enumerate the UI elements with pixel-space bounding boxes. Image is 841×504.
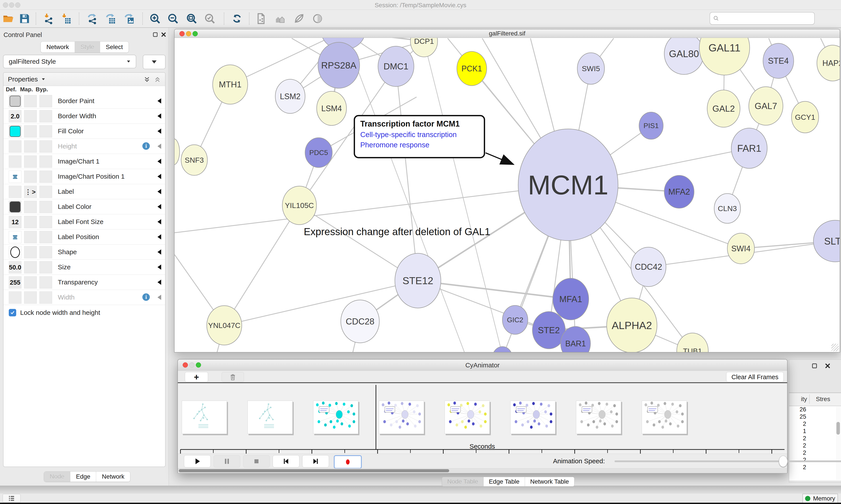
- expand-row-arrow[interactable]: [158, 280, 161, 285]
- expand-row-arrow[interactable]: [158, 128, 161, 134]
- bypass-cell[interactable]: [39, 170, 52, 183]
- property-row-image-chart-1[interactable]: Image/Chart 1: [3, 154, 165, 169]
- info-icon[interactable]: i: [142, 293, 150, 301]
- bypass-cell[interactable]: [39, 186, 52, 198]
- import-network-button[interactable]: [42, 12, 55, 25]
- network-node[interactable]: YNL047C: [207, 306, 242, 345]
- table-row[interactable]: 2: [789, 435, 841, 442]
- expand-row-arrow[interactable]: [158, 189, 161, 194]
- mapping-cell[interactable]: [24, 201, 37, 213]
- collapse-all-icon[interactable]: [154, 76, 161, 83]
- lock-size-checkbox[interactable]: [9, 309, 16, 317]
- cyanimator-titlebar[interactable]: CyAnimator: [178, 360, 787, 371]
- network-node[interactable]: SWI5: [577, 53, 605, 84]
- memory-button[interactable]: Memory: [803, 494, 838, 503]
- bypass-cell[interactable]: [39, 216, 52, 228]
- property-row-height[interactable]: Heighti: [3, 139, 165, 154]
- network-node[interactable]: SLT2: [813, 220, 840, 262]
- network-node[interactable]: MFA1: [553, 278, 589, 320]
- tab-node[interactable]: Node: [44, 472, 70, 482]
- add-frame-button[interactable]: +: [185, 372, 208, 382]
- timeline-frame-0[interactable]: [182, 401, 227, 434]
- table-row[interactable]: 2: [789, 420, 841, 428]
- table-row[interactable]: 26: [789, 406, 841, 413]
- expand-row-arrow[interactable]: [158, 234, 161, 239]
- stop-button[interactable]: [243, 455, 270, 467]
- expand-row-arrow[interactable]: [158, 144, 161, 149]
- default-value-cell[interactable]: 50.0: [9, 261, 21, 273]
- network-node[interactable]: PDC5: [305, 138, 332, 167]
- property-row-shape[interactable]: Shape: [3, 245, 165, 260]
- mapping-cell[interactable]: [24, 125, 37, 138]
- mapping-cell[interactable]: [24, 95, 37, 107]
- task-history-button[interactable]: [3, 494, 21, 503]
- timeline-frame-3[interactable]: [379, 401, 424, 434]
- expand-row-arrow[interactable]: [158, 98, 161, 104]
- float-panel-icon[interactable]: [811, 362, 818, 370]
- home-network-button[interactable]: [274, 12, 287, 25]
- default-value-cell[interactable]: [9, 186, 21, 198]
- table-row[interactable]: 2: [789, 442, 841, 449]
- node-shape[interactable]: [493, 346, 512, 352]
- mapping-cell[interactable]: [24, 170, 37, 183]
- mapping-cell[interactable]: [24, 246, 37, 258]
- import-table-button[interactable]: [59, 12, 73, 25]
- default-value-cell[interactable]: [9, 246, 21, 258]
- network-node[interactable]: YIL105C: [282, 186, 317, 224]
- expand-all-icon[interactable]: [143, 76, 151, 83]
- expand-row-arrow[interactable]: [158, 265, 161, 270]
- mapping-cell[interactable]: [24, 140, 37, 152]
- network-node[interactable]: CDC28: [341, 300, 379, 343]
- network-node[interactable]: GIC2: [502, 305, 528, 334]
- default-value-cell[interactable]: 255: [9, 276, 21, 289]
- record-button[interactable]: [334, 455, 362, 469]
- network-node[interactable]: ALPHA2: [607, 298, 657, 352]
- bypass-cell[interactable]: [39, 246, 52, 258]
- property-row-label-font-size[interactable]: 12Label Font Size: [3, 214, 165, 230]
- style-options-button[interactable]: [143, 55, 165, 69]
- mapping-cell[interactable]: [24, 261, 37, 273]
- network-node[interactable]: FAR1: [731, 128, 767, 168]
- skip-to-start-button[interactable]: [273, 455, 299, 467]
- network-node[interactable]: GAL11: [699, 38, 750, 75]
- clone-network-button[interactable]: [254, 12, 268, 25]
- pause-button[interactable]: [214, 455, 240, 467]
- bypass-cell[interactable]: [39, 125, 52, 138]
- tab-edge[interactable]: Edge: [70, 472, 96, 482]
- mapping-cell[interactable]: [24, 110, 37, 122]
- bypass-cell[interactable]: [39, 140, 52, 152]
- refresh-layout-button[interactable]: [230, 12, 244, 25]
- tab-select[interactable]: Select: [100, 41, 128, 53]
- default-value-cell[interactable]: [9, 156, 21, 168]
- zoom-in-button[interactable]: [148, 12, 162, 25]
- property-row-size[interactable]: 50.0Size: [3, 260, 165, 275]
- table-row[interactable]: 1: [789, 428, 841, 435]
- property-row-label-color[interactable]: Label Color: [3, 199, 165, 214]
- default-value-cell[interactable]: [9, 125, 21, 138]
- expand-row-arrow[interactable]: [158, 295, 161, 300]
- zoom-fit-button[interactable]: [185, 12, 198, 25]
- network-node[interactable]: STE12: [395, 253, 441, 308]
- zoom-out-button[interactable]: [166, 12, 180, 25]
- network-node[interactable]: GAL7: [749, 87, 783, 125]
- bypass-cell[interactable]: [39, 261, 52, 273]
- tab-node-table[interactable]: Node Table: [442, 477, 484, 486]
- property-row-border-width[interactable]: 2.0Border Width: [3, 109, 165, 124]
- property-row-label[interactable]: ⋮>Label: [3, 184, 165, 199]
- table-row[interactable]: 2: [789, 464, 841, 471]
- resize-grip[interactable]: [831, 344, 839, 351]
- network-node[interactable]: LSM2: [275, 79, 305, 113]
- network-node[interactable]: SWI4: [727, 233, 754, 264]
- timeline-frame-7[interactable]: [642, 401, 687, 434]
- expand-row-arrow[interactable]: [158, 159, 161, 164]
- default-value-cell[interactable]: [9, 95, 21, 107]
- network-node[interactable]: HAP2: [817, 45, 840, 81]
- play-button[interactable]: [184, 455, 211, 467]
- tab-style[interactable]: Style: [75, 41, 100, 53]
- node-shape[interactable]: [175, 139, 180, 165]
- timeline-frame-2[interactable]: [313, 401, 358, 434]
- properties-header[interactable]: Properties: [3, 73, 165, 86]
- search-input[interactable]: [719, 15, 811, 22]
- hide-details-button[interactable]: [292, 12, 305, 25]
- column-header[interactable]: Stres: [811, 396, 835, 403]
